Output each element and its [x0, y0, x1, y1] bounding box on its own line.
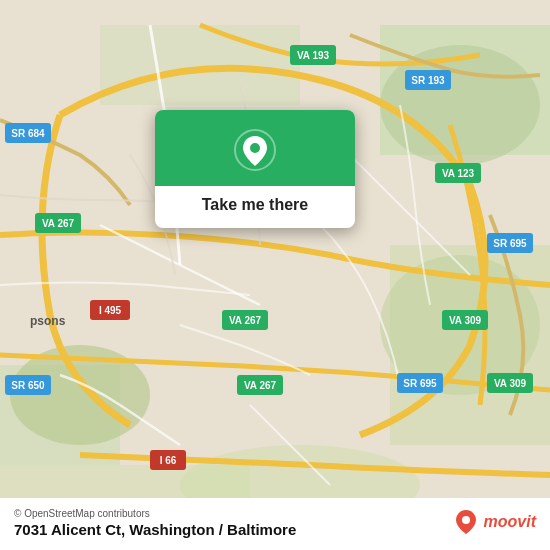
svg-text:VA 309: VA 309: [449, 315, 482, 326]
popup-card-footer[interactable]: Take me there: [155, 186, 355, 228]
take-me-there-button[interactable]: Take me there: [202, 196, 308, 214]
svg-text:I 495: I 495: [99, 305, 122, 316]
location-pin-icon: [233, 128, 277, 172]
svg-point-41: [250, 143, 260, 153]
popup-card-header: [155, 110, 355, 186]
svg-text:VA 193: VA 193: [297, 50, 330, 61]
svg-text:SR 695: SR 695: [493, 238, 527, 249]
moovit-pin-icon: [452, 508, 480, 536]
popup-card: Take me there: [155, 110, 355, 228]
map-container: VA 193 SR 193 SR 684 I 495 VA 123 VA 267…: [0, 0, 550, 550]
svg-text:VA 309: VA 309: [494, 378, 527, 389]
svg-point-42: [462, 516, 470, 524]
svg-text:psons: psons: [30, 314, 66, 328]
svg-text:VA 123: VA 123: [442, 168, 475, 179]
moovit-logo: moovit: [452, 508, 536, 536]
svg-text:VA 267: VA 267: [244, 380, 277, 391]
svg-text:I 66: I 66: [160, 455, 177, 466]
svg-text:SR 193: SR 193: [411, 75, 445, 86]
svg-text:VA 267: VA 267: [42, 218, 75, 229]
moovit-label: moovit: [484, 513, 536, 531]
svg-text:VA 267: VA 267: [229, 315, 262, 326]
svg-text:SR 695: SR 695: [403, 378, 437, 389]
svg-text:SR 650: SR 650: [11, 380, 45, 391]
svg-text:SR 684: SR 684: [11, 128, 45, 139]
map-svg: VA 193 SR 193 SR 684 I 495 VA 123 VA 267…: [0, 0, 550, 550]
svg-rect-8: [100, 25, 300, 105]
